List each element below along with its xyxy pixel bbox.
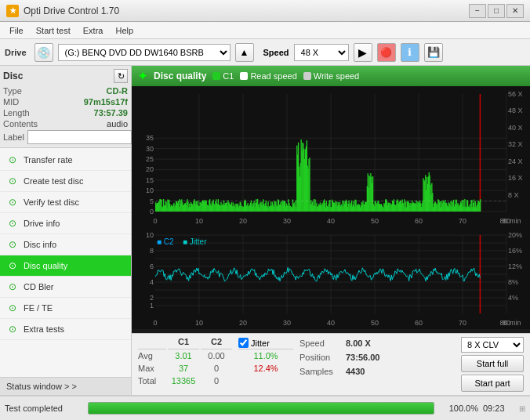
right-panel: ✦ Disc quality C1 Read speed Write speed	[132, 66, 530, 395]
nav-item-verify-test-disc[interactable]: ⊙ Verify test disc	[0, 192, 131, 213]
nav-item-disc-quality[interactable]: ⊙ Disc quality	[0, 255, 131, 277]
maximize-button[interactable]: □	[488, 4, 505, 18]
menu-extra[interactable]: Extra	[77, 24, 110, 37]
nav-item-transfer-rate[interactable]: ⊙ Transfer rate	[0, 150, 131, 171]
disc-contents-value: audio	[107, 119, 128, 129]
menu-bar: File Start test Extra Help	[0, 22, 530, 39]
jitter-block: Jitter 11.0% 12.4%	[238, 337, 293, 389]
drive-select[interactable]: (G:) BENQ DVD DD DW1640 BSRB	[58, 44, 231, 61]
stats-left-block: Avg Max Total C1 3.01 37 13365 C2 0.00 0…	[138, 337, 232, 389]
minimize-button[interactable]: −	[469, 4, 486, 18]
info-button[interactable]: ℹ	[401, 43, 419, 62]
nav-item-disc-info[interactable]: ⊙ Disc info	[0, 234, 131, 255]
c2-col: C2 0.00 0 0	[201, 337, 232, 389]
start-full-button[interactable]: Start full	[461, 355, 524, 372]
position-row: Position 73:56.00	[299, 351, 379, 364]
samples-val: 4430	[346, 367, 365, 376]
nav-item-create-test-disc[interactable]: ⊙ Create test disc	[0, 171, 131, 192]
legend-read-speed-dot	[240, 72, 248, 80]
nav-item-cd-bler[interactable]: ⊙ CD Bler	[0, 277, 131, 298]
extra-tests-icon: ⊙	[6, 323, 19, 335]
status-window-item[interactable]: Status window > >	[0, 377, 131, 395]
legend-c1-dot	[212, 72, 220, 80]
samples-key: Samples	[299, 367, 343, 376]
cd-bler-icon: ⊙	[6, 281, 19, 293]
stats-section: Avg Max Total C1 3.01 37 13365 C2 0.00 0…	[132, 333, 530, 395]
nav-item-extra-tests[interactable]: ⊙ Extra tests	[0, 319, 131, 340]
legend-read-speed: Read speed	[240, 71, 296, 81]
chart-icon: ✦	[138, 70, 147, 82]
resize-handle[interactable]: ⊞	[519, 404, 525, 413]
settings-button[interactable]: 🔴	[377, 43, 396, 62]
disc-label-input[interactable]	[27, 130, 132, 144]
jitter-max: 12.4%	[238, 364, 293, 376]
disc-length-value: 73:57.39	[94, 108, 128, 118]
speed-select[interactable]: 48 X	[294, 44, 349, 61]
eject-button[interactable]: ▲	[235, 43, 254, 62]
c1-max: 37	[168, 364, 199, 376]
legend-write-speed-dot	[303, 72, 311, 80]
charts-area	[132, 86, 530, 333]
fe-te-icon: ⊙	[6, 302, 19, 314]
c1-avg: 3.01	[168, 351, 199, 364]
speed-row: Speed 8.00 X	[299, 337, 379, 349]
nav-label-transfer-rate: Transfer rate	[24, 155, 73, 165]
c2-max: 0	[201, 364, 232, 376]
disc-section: Disc ↻ Type CD-R MID 97m15s17f Length 73…	[0, 66, 131, 148]
disc-type-value: CD-R	[107, 86, 129, 96]
nav-label-verify-test-disc: Verify test disc	[24, 197, 79, 207]
c1-col-header: C1	[168, 337, 199, 349]
upper-chart	[132, 86, 530, 227]
app-title: Opti Drive Control 1.70	[24, 5, 119, 16]
window-controls: − □ ✕	[469, 4, 524, 18]
go-button[interactable]: ▶	[354, 43, 372, 62]
c2-col-header: C2	[201, 337, 232, 349]
right-stats-block: Speed 8.00 X Position 73:56.00 Samples 4…	[299, 337, 379, 378]
jitter-checkbox[interactable]	[238, 338, 249, 348]
speed-key: Speed	[299, 339, 343, 348]
chart-title: Disc quality	[154, 71, 206, 81]
verify-test-disc-icon: ⊙	[6, 196, 19, 208]
jitter-label: Jitter	[251, 339, 270, 348]
disc-info-icon: ⊙	[6, 238, 19, 251]
transfer-rate-icon: ⊙	[6, 154, 19, 166]
nav-label-disc-quality: Disc quality	[24, 261, 67, 270]
menu-start-test[interactable]: Start test	[30, 24, 77, 37]
progress-pct: 100.0%	[439, 404, 478, 413]
progress-bar	[89, 403, 434, 414]
nav-label-drive-info: Drive info	[24, 219, 60, 228]
position-val: 73:56.00	[346, 353, 379, 362]
status-window-label: Status window > >	[6, 382, 77, 391]
position-key: Position	[299, 353, 343, 362]
disc-mid-value: 97m15s17f	[84, 97, 128, 107]
save-button[interactable]: 💾	[424, 43, 443, 62]
main-container: Disc ↻ Type CD-R MID 97m15s17f Length 73…	[0, 66, 530, 395]
clv-select[interactable]: 8 X CLV	[461, 337, 524, 353]
nav-label-create-test-disc: Create test disc	[24, 176, 83, 186]
disc-title: Disc	[3, 71, 23, 81]
start-part-button[interactable]: Start part	[461, 375, 524, 392]
c1-col: C1 3.01 37 13365	[168, 337, 199, 389]
nav-label-cd-bler: CD Bler	[24, 282, 54, 291]
row-label-col: Avg Max Total	[138, 337, 166, 389]
title-bar: ★ Opti Drive Control 1.70 − □ ✕	[0, 0, 530, 22]
speed-label: Speed	[263, 48, 289, 57]
drive-label: Drive	[5, 48, 27, 57]
c1-total: 13365	[168, 376, 199, 389]
nav-list: ⊙ Transfer rate ⊙ Create test disc ⊙ Ver…	[0, 148, 131, 377]
disc-type-label: Type	[3, 86, 22, 96]
menu-file[interactable]: File	[3, 24, 30, 37]
status-text: Test completed	[5, 404, 83, 413]
disc-refresh-button[interactable]: ↻	[114, 69, 128, 83]
legend-c1-label: C1	[223, 71, 234, 81]
status-bar: Test completed 100.0% 09:23 ⊞	[0, 395, 530, 420]
elapsed-time: 09:23	[483, 404, 514, 413]
close-button[interactable]: ✕	[506, 4, 524, 18]
nav-label-fe-te: FE / TE	[24, 303, 53, 313]
disc-quality-icon: ⊙	[6, 259, 19, 272]
nav-item-fe-te[interactable]: ⊙ FE / TE	[0, 298, 131, 319]
jitter-avg: 11.0%	[238, 351, 293, 364]
nav-item-drive-info[interactable]: ⊙ Drive info	[0, 213, 131, 234]
samples-row: Samples 4430	[299, 365, 379, 378]
menu-help[interactable]: Help	[109, 24, 140, 37]
